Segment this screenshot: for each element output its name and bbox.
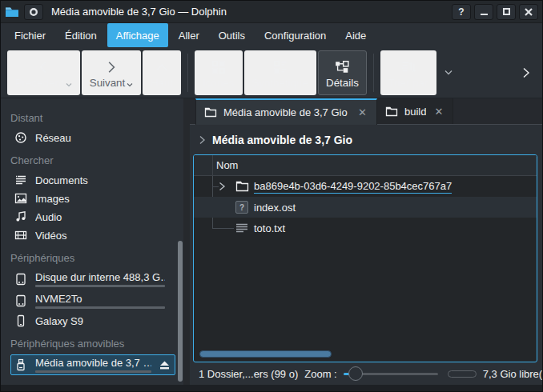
section-header-chercher: Chercher	[1, 147, 183, 170]
disk-usage-bar	[35, 306, 165, 309]
zoom-slider[interactable]	[344, 366, 438, 381]
file-row-toto-txt[interactable]: toto.txt	[194, 218, 537, 238]
details-view-label: Détails	[326, 77, 359, 89]
window-controls: ?	[452, 4, 538, 20]
close-icon	[525, 8, 533, 16]
sidebar-item-images[interactable]: Images	[10, 190, 175, 207]
menu-configuration[interactable]: Configuration	[255, 23, 335, 47]
menu-affichage[interactable]: Affichage	[107, 23, 168, 47]
menu-edition[interactable]: Édition	[56, 23, 106, 47]
sidebar-item-label: Documents	[35, 174, 165, 186]
free-space-capacity-bar	[448, 370, 477, 378]
compact-view-label: Synthétique	[252, 77, 308, 89]
maximize-button[interactable]	[497, 4, 516, 20]
sidebar-item-media-amovible[interactable]: Média amovible de 3,7 …	[10, 354, 175, 375]
circle-badge-icon	[29, 7, 38, 17]
toolbar-separator	[187, 54, 188, 92]
breadcrumb[interactable]: Média amovible de 3,7 Gio	[190, 125, 542, 154]
close-button[interactable]	[519, 4, 538, 20]
sidebar-item-reseau[interactable]: Réseau	[10, 129, 175, 146]
sidebar-item-videos[interactable]: Vidéos	[10, 226, 175, 244]
chevron-down-icon	[127, 82, 133, 87]
sort-icon	[401, 57, 416, 74]
document-lines-icon	[14, 174, 28, 186]
music-note-icon	[14, 210, 28, 223]
section-header-distant: Distant	[1, 105, 183, 128]
file-name[interactable]: index.ost	[254, 202, 296, 214]
maximize-icon	[503, 8, 510, 15]
compact-view-icon	[273, 57, 288, 74]
folder-icon	[204, 107, 217, 118]
window-body: Distant Réseau Chercher Documents	[1, 98, 542, 385]
file-view[interactable]: Nom ba869e4b-03d6-424	[193, 154, 537, 362]
zoom-slider-handle[interactable]	[348, 366, 363, 381]
status-bar: 1 Dossier,...ers (99 o) Zoom : 7,3 Gio l…	[190, 362, 542, 385]
sidebar-item-label: Disque dur interne 488,3 G…	[35, 271, 165, 283]
column-separator	[212, 155, 213, 175]
sort-by-button[interactable]: Trier par	[380, 50, 436, 95]
menubar: Fichier Édition Affichage Aller Outils C…	[1, 23, 542, 47]
disk-usage-bar	[35, 370, 151, 373]
menu-outils[interactable]: Outils	[210, 23, 254, 47]
tab-build[interactable]: build ✕	[377, 98, 453, 124]
chevron-right-icon	[199, 135, 206, 145]
titlebar[interactable]: Média amovible de 3,7 Gio — Dolphin ?	[1, 1, 542, 23]
up-button[interactable]: Haut	[143, 50, 181, 95]
section-header-peripheriques-amovibles: Périphériques amovibles	[1, 330, 183, 354]
file-row-folder[interactable]: ba869e4b-03d6-4249-9202-85b4cec767a7	[194, 176, 537, 197]
expander-chevron-icon[interactable]	[218, 182, 227, 191]
tab-label: Média amovible de 3,7 Gio	[223, 106, 350, 118]
film-icon	[14, 229, 28, 242]
column-header-nom[interactable]: Nom	[194, 159, 238, 171]
usb-stick-icon	[14, 358, 28, 371]
sidebar-item-galaxy-s9[interactable]: Galaxy S9	[10, 312, 175, 330]
hard-drive-icon	[14, 294, 28, 307]
zoom-label: Zoom :	[304, 368, 336, 380]
column-header-row[interactable]: Nom	[194, 155, 537, 176]
sidebar-item-disque-interne[interactable]: Disque dur interne 488,3 G…	[10, 269, 175, 290]
tab-close-icon[interactable]: ✕	[356, 106, 368, 118]
text-file-icon	[235, 222, 249, 234]
free-space-label: 7,3 Gio libre(s)	[483, 368, 543, 380]
sidebar-item-label: Vidéos	[35, 230, 165, 242]
sidebar-item-nvme2to[interactable]: NVME2To	[10, 290, 175, 311]
toolbar-overflow-button[interactable]	[517, 66, 536, 79]
back-button[interactable]: Précédent	[7, 50, 80, 95]
sidebar-item-audio[interactable]: Audio	[10, 208, 175, 226]
details-view-icon	[335, 57, 349, 74]
chevron-right-icon	[104, 57, 119, 74]
file-row-index-ost[interactable]: ? index.ost	[194, 197, 537, 218]
status-summary: 1 Dossier,...ers (99 o)	[199, 368, 298, 380]
dolphin-window: Média amovible de 3,7 Gio — Dolphin ? Fi…	[0, 0, 543, 392]
main-view-column: Média amovible de 3,7 Gio ✕ build ✕	[190, 98, 542, 385]
tab-media-amovible[interactable]: Média amovible de 3,7 Gio ✕	[195, 98, 377, 125]
minimize-icon	[481, 14, 488, 15]
image-icon	[14, 192, 28, 205]
window-menu-button[interactable]	[24, 4, 43, 20]
sidebar-item-documents[interactable]: Documents	[10, 171, 175, 189]
sidebar-item-label: NVME2To	[35, 293, 165, 305]
eject-icon[interactable]	[159, 360, 172, 370]
sidebar-scrollbar[interactable]	[178, 241, 183, 382]
breadcrumb-location[interactable]: Média amovible de 3,7 Gio	[212, 134, 352, 146]
menu-aller[interactable]: Aller	[170, 23, 208, 47]
forward-button[interactable]: Suivant	[82, 50, 141, 95]
icons-view-button[interactable]: Icônes	[195, 50, 242, 95]
tab-close-icon[interactable]: ✕	[432, 106, 444, 118]
minimize-button[interactable]	[474, 4, 493, 20]
panel-splitter[interactable]	[183, 98, 190, 385]
details-view-button[interactable]: Détails	[318, 50, 367, 95]
sort-dropdown-caret-icon[interactable]	[438, 70, 459, 75]
compact-view-button[interactable]: Synthétique	[244, 50, 316, 95]
chevron-down-icon	[66, 82, 72, 87]
section-header-peripheriques: Périphériques	[1, 245, 183, 268]
menu-aide[interactable]: Aide	[336, 23, 375, 47]
chevron-left-icon	[36, 57, 50, 74]
file-name[interactable]: toto.txt	[254, 222, 285, 234]
menu-fichier[interactable]: Fichier	[6, 23, 54, 47]
file-name[interactable]: ba869e4b-03d6-4249-9202-85b4cec767a7	[254, 180, 452, 194]
up-label: Haut	[151, 77, 173, 89]
help-button[interactable]: ?	[452, 4, 471, 20]
main-toolbar: Précédent Suivant Haut	[1, 47, 542, 98]
horizontal-scrollbar[interactable]	[199, 350, 332, 358]
